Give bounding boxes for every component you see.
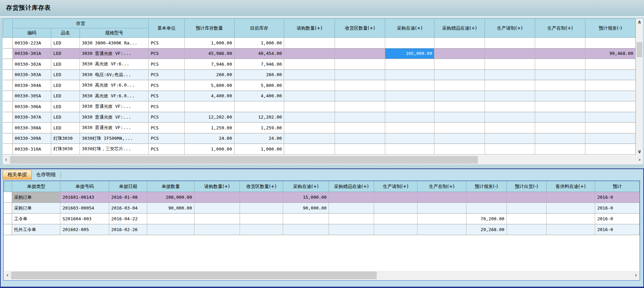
row-indicator[interactable] (3, 48, 13, 59)
cell[interactable] (485, 112, 535, 123)
cell[interactable]: 1,000.00 (234, 38, 284, 49)
top-vertical-scrollbar[interactable]: ∧ ∨ (636, 19, 643, 155)
cell[interactable]: 3030 普通光效 VF:... (80, 123, 149, 133)
cell[interactable]: 40,454.00 (234, 48, 284, 59)
cell[interactable] (466, 203, 507, 214)
scroll-right-icon[interactable]: › (633, 271, 639, 280)
cell[interactable] (335, 133, 385, 144)
table-row[interactable]: 00330-303ALED3030 电压:6V;色温...PCS260.0026… (3, 69, 636, 80)
cell[interactable]: PCS (149, 69, 184, 80)
cell[interactable]: 灯珠3030 (51, 144, 80, 155)
cell[interactable]: PCS (149, 48, 184, 59)
cell[interactable] (284, 48, 335, 59)
cell[interactable] (535, 48, 585, 59)
cell[interactable] (385, 91, 434, 101)
cell[interactable] (335, 80, 385, 91)
cell[interactable]: 15,000.00 (283, 192, 329, 203)
cell[interactable]: 3030 电压:6V;色温... (80, 69, 149, 80)
cell[interactable] (434, 48, 485, 59)
cell[interactable]: LED (51, 123, 80, 133)
cell[interactable] (434, 38, 485, 49)
cell[interactable]: 00330-304A (12, 80, 51, 91)
cell[interactable] (234, 101, 284, 112)
cell[interactable]: PCS (149, 91, 184, 101)
table-row[interactable]: 00330-306ALED3030 普通光效 VF:...PCS (3, 101, 636, 112)
cell[interactable] (329, 192, 374, 203)
cell[interactable] (284, 91, 335, 101)
cell[interactable]: 00330-305A (12, 91, 51, 101)
cell[interactable] (535, 112, 585, 123)
row-indicator[interactable] (4, 192, 12, 203)
cell[interactable] (585, 80, 636, 91)
cell[interactable] (385, 133, 434, 144)
cell[interactable] (374, 224, 418, 235)
cell[interactable]: 托外工令单 (12, 224, 60, 235)
table-row[interactable]: 采购订单201601-001432016-01-08208,000.0015,0… (4, 192, 640, 203)
table-row[interactable]: 00330-302ALED3030 高光效 VF:6...PCS7,946.00… (3, 59, 636, 70)
cell[interactable] (385, 123, 434, 133)
cell[interactable]: 2016-0 (595, 224, 640, 235)
table-row[interactable]: 00330-304ALED3030 高光效 VF:6.0...PCS5,800.… (3, 80, 636, 91)
cell[interactable]: 1,259.00 (184, 123, 234, 133)
row-indicator[interactable] (3, 101, 13, 112)
cell[interactable]: 3030 3800-4300K Ra... (80, 38, 149, 49)
cell[interactable] (335, 69, 385, 80)
cell[interactable]: 70,200.00 (466, 214, 507, 224)
cell[interactable] (546, 203, 595, 214)
cell[interactable] (546, 224, 595, 235)
cell[interactable]: 1,000.00 (184, 144, 234, 155)
row-indicator[interactable] (4, 224, 12, 235)
cell[interactable]: 4,400.00 (234, 91, 284, 101)
cell[interactable] (335, 38, 385, 49)
cell[interactable] (194, 224, 240, 235)
row-indicator[interactable] (3, 80, 13, 91)
top-horizontal-scrollbar[interactable]: ‹ › (3, 155, 643, 164)
cell[interactable]: 24.00 (234, 133, 284, 144)
cell[interactable] (485, 91, 535, 101)
cell[interactable] (335, 101, 385, 112)
row-indicator[interactable] (3, 38, 13, 49)
top-hscroll-thumb[interactable] (10, 156, 478, 164)
cell[interactable]: 00330-306A (12, 101, 51, 112)
cell[interactable]: 208,000.00 (147, 192, 194, 203)
cell[interactable] (485, 80, 535, 91)
table-row[interactable]: 00330-307ALED3030 普通光效 VF:...PCS12,202.0… (3, 112, 636, 123)
cell[interactable] (585, 69, 636, 80)
cell[interactable]: PCS (149, 133, 184, 144)
cell[interactable] (284, 59, 335, 70)
cell[interactable] (335, 48, 385, 59)
cell[interactable] (434, 123, 485, 133)
cell[interactable] (535, 144, 585, 155)
cell[interactable]: 采购订单 (12, 192, 60, 203)
cell[interactable] (417, 214, 466, 224)
cell[interactable] (374, 192, 418, 203)
cell[interactable]: PCS (149, 144, 184, 155)
cell[interactable]: 5,800.00 (234, 80, 284, 91)
cell[interactable] (434, 59, 485, 70)
cell[interactable] (434, 144, 485, 155)
cell[interactable] (240, 192, 283, 203)
cell[interactable]: PCS (149, 123, 184, 133)
cell[interactable] (385, 144, 434, 155)
cell[interactable] (434, 91, 485, 101)
cell[interactable] (284, 123, 335, 133)
cell[interactable]: 7,946.00 (184, 59, 234, 70)
cell[interactable] (329, 203, 374, 214)
cell[interactable]: 1,000.00 (184, 38, 234, 49)
cell[interactable] (585, 59, 636, 70)
cell[interactable]: 12,202.00 (184, 112, 234, 123)
cell[interactable]: 2016-0 (595, 214, 640, 224)
cell[interactable]: 工令单 (12, 214, 60, 224)
cell[interactable]: 201603-00054 (60, 203, 109, 214)
cell[interactable]: 2016-0 (595, 203, 640, 214)
cell[interactable]: 00330-310A (12, 144, 51, 155)
cell[interactable]: 00330-223A (12, 38, 51, 49)
cell[interactable] (485, 101, 535, 112)
cell[interactable] (546, 192, 595, 203)
row-indicator[interactable] (3, 112, 13, 123)
table-row[interactable]: 00330-310A灯珠30303030灯珠，三安芯片...PCS1,000.0… (3, 144, 636, 155)
cell[interactable] (507, 192, 546, 203)
tab-related-documents[interactable]: 相关单据 (3, 170, 32, 180)
cell[interactable]: 105,000.00 (385, 48, 434, 59)
cell[interactable] (507, 214, 546, 224)
